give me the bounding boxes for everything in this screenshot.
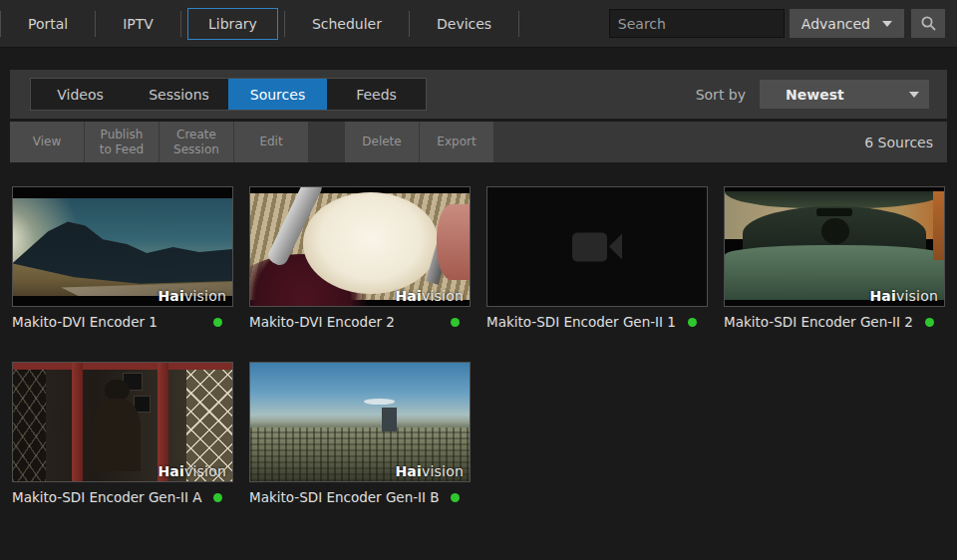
view-button[interactable]: View xyxy=(10,122,84,162)
delete-button[interactable]: Delete xyxy=(345,122,419,162)
source-thumbnail-cityscape: Haivision xyxy=(249,362,471,482)
thumb-finger-layer xyxy=(437,204,470,280)
tab-videos[interactable]: Videos xyxy=(31,79,130,110)
sort-selected-value: Newest xyxy=(786,87,844,103)
nav-item-iptv[interactable]: IPTV xyxy=(102,8,174,40)
status-dot-online xyxy=(213,318,222,327)
export-button[interactable]: Export xyxy=(420,122,493,162)
camera-lens-shape xyxy=(609,234,622,260)
source-name: Makito-DVI Encoder 1 xyxy=(12,314,158,330)
nav-item-devices[interactable]: Devices xyxy=(416,8,512,40)
nav-item-portal[interactable]: Portal xyxy=(7,8,89,40)
source-meta: Makito-SDI Encoder Gen-II A xyxy=(12,489,233,505)
nav-divider xyxy=(0,11,1,37)
nav-divider xyxy=(180,11,181,37)
source-name: Makito-SDI Encoder Gen-II A xyxy=(12,489,202,505)
source-thumbnail-mountain-road: Haivision xyxy=(12,186,233,307)
edit-button[interactable]: Edit xyxy=(234,122,308,162)
source-name: Makito-SDI Encoder Gen-II B xyxy=(249,489,440,505)
thumb-red-frame-bar xyxy=(72,363,83,481)
thumb-foliage-layer xyxy=(933,191,944,260)
tab-sessions[interactable]: Sessions xyxy=(130,79,228,110)
source-card[interactable]: Haivision Makito-SDI Encoder Gen-II A xyxy=(12,362,233,505)
library-tabs: Videos Sessions Sources Feeds xyxy=(30,78,427,111)
source-name: Makito-DVI Encoder 2 xyxy=(249,314,395,330)
source-card[interactable]: Haivision Makito-SDI Encoder Gen-II B xyxy=(249,362,471,505)
source-name: Makito-SDI Encoder Gen-II 2 xyxy=(724,314,913,330)
tab-sources[interactable]: Sources xyxy=(228,79,327,110)
source-name: Makito-SDI Encoder Gen-II 1 xyxy=(486,314,676,330)
search-submit-button[interactable] xyxy=(911,9,945,38)
camera-body-shape xyxy=(572,232,607,261)
create-session-button[interactable]: Create Session xyxy=(160,122,233,162)
haivision-watermark: Haivision xyxy=(869,288,938,304)
source-thumbnail-shop-door: Haivision xyxy=(12,362,233,482)
sources-toolbar: View Publish to Feed Create Session Edit… xyxy=(10,122,947,162)
source-meta: Makito-DVI Encoder 2 xyxy=(249,314,471,330)
sort-dropdown[interactable]: Newest xyxy=(760,80,929,109)
nav-divider xyxy=(409,11,410,37)
search-input[interactable] xyxy=(609,9,785,38)
advanced-search-button[interactable]: Advanced xyxy=(790,9,904,38)
publish-to-feed-button[interactable]: Publish to Feed xyxy=(85,122,159,162)
thumb-cream-layer xyxy=(303,192,439,294)
status-dot-online xyxy=(213,493,222,502)
source-meta: Makito-SDI Encoder Gen-II 1 xyxy=(486,314,708,330)
nav-divider xyxy=(95,11,96,37)
caret-down-icon xyxy=(882,21,892,27)
source-meta: Makito-SDI Encoder Gen-II 2 xyxy=(724,314,945,330)
status-dot-online xyxy=(688,318,697,327)
top-nav: Portal IPTV Library Scheduler Devices Ad… xyxy=(0,0,957,48)
sort-by-label: Sort by xyxy=(696,87,746,103)
status-dot-online xyxy=(451,493,460,502)
video-camera-icon xyxy=(572,232,622,261)
source-card[interactable]: Haivision Makito-DVI Encoder 2 xyxy=(249,186,471,330)
nav-item-scheduler[interactable]: Scheduler xyxy=(291,8,403,40)
status-dot-online xyxy=(925,318,934,327)
thumb-cloud-layer xyxy=(364,399,395,405)
magnifier-icon xyxy=(920,15,937,32)
haivision-watermark: Haivision xyxy=(395,288,464,304)
sources-grid: Haivision Makito-DVI Encoder 1 Haivision… xyxy=(12,186,947,505)
thumb-mirror-layer xyxy=(816,208,851,215)
nav-divider xyxy=(518,11,519,37)
toolbar-spacer xyxy=(309,122,345,162)
source-thumbnail-cream-closeup: Haivision xyxy=(249,186,471,307)
nav-item-library[interactable]: Library xyxy=(187,8,278,40)
main-navigation: Portal IPTV Library Scheduler Devices xyxy=(0,0,519,47)
thumb-man-body-layer xyxy=(92,399,140,472)
advanced-search-label: Advanced xyxy=(801,16,870,32)
source-card[interactable]: Haivision Makito-SDI Encoder Gen-II 2 xyxy=(724,186,945,330)
search-group: Advanced xyxy=(609,0,957,47)
caret-down-icon xyxy=(909,92,919,98)
thumb-gate-layer xyxy=(13,370,46,481)
status-dot-online xyxy=(451,318,460,327)
tab-feeds[interactable]: Feeds xyxy=(327,79,426,110)
source-card[interactable]: Haivision Makito-DVI Encoder 1 xyxy=(12,186,233,330)
library-tabs-bar: Videos Sessions Sources Feeds Sort by Ne… xyxy=(10,70,947,119)
haivision-watermark: Haivision xyxy=(158,463,226,479)
nav-divider xyxy=(284,11,285,37)
sources-count: 6 Sources xyxy=(864,122,947,162)
source-thumbnail-no-preview xyxy=(486,186,708,307)
source-meta: Makito-SDI Encoder Gen-II B xyxy=(249,489,471,505)
thumb-tower-layer xyxy=(382,408,397,431)
thumb-man-head-layer xyxy=(105,380,129,401)
source-thumbnail-car-driver: Haivision xyxy=(724,186,945,307)
source-meta: Makito-DVI Encoder 1 xyxy=(12,314,233,330)
sort-controls: Sort by Newest xyxy=(696,80,947,109)
haivision-watermark: Haivision xyxy=(158,288,226,304)
thumb-red-frame-top xyxy=(13,363,232,370)
haivision-watermark: Haivision xyxy=(395,463,464,479)
source-card[interactable]: Makito-SDI Encoder Gen-II 1 xyxy=(486,186,708,330)
